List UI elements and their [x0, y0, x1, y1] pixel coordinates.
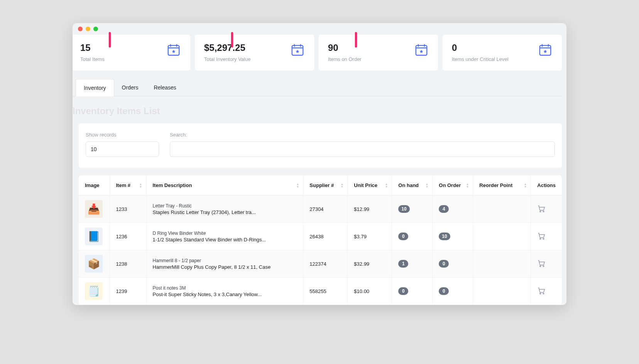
cell-actions [531, 250, 562, 278]
cell-price: $12.99 [348, 195, 392, 223]
stat-label: Total Items [80, 56, 105, 62]
cell-on-hand: 0 [392, 223, 433, 250]
cell-item-no: 1233 [110, 195, 146, 223]
col-image[interactable]: Image [79, 175, 110, 195]
maximize-window-button[interactable] [93, 27, 98, 31]
cell-actions [531, 278, 562, 305]
close-window-button[interactable] [78, 27, 83, 31]
minimize-window-button[interactable] [86, 27, 90, 31]
table-row: 📘 1236 D Ring View Binder White 1-1/2 St… [79, 223, 562, 250]
col-actions: Actions [531, 175, 562, 195]
col-on-hand[interactable]: On hand▲▼ [392, 175, 433, 195]
calendar-star-icon [538, 42, 553, 59]
svg-point-9 [543, 265, 544, 266]
show-records-group: Show records [86, 132, 159, 157]
stat-card: $5,297.25 Total Inventory Value [195, 35, 314, 71]
cell-supplier: 26438 [303, 223, 348, 250]
tab-inventory[interactable]: Inventory [76, 79, 114, 96]
stat-label: Items on Order [328, 56, 362, 62]
main-content: Inventory Orders Releases Inventory Item… [73, 79, 566, 305]
svg-point-5 [543, 211, 544, 212]
cell-description: Letter Tray - Rustic Staples Rustic Lett… [146, 195, 303, 223]
sort-icon: ▲▼ [524, 183, 527, 188]
inventory-table: Image Item #▲▼ Item Description▲▼ Suppli… [79, 175, 562, 305]
svg-point-8 [540, 265, 541, 266]
cell-supplier: 27304 [303, 195, 348, 223]
item-thumbnail: 🗒️ [85, 282, 103, 300]
item-thumbnail: 📘 [85, 228, 103, 245]
cell-supplier: 122374 [303, 250, 348, 278]
table-row: 🗒️ 1239 Post it notes 3M Post-it Super S… [79, 278, 562, 305]
add-to-cart-button[interactable] [537, 259, 546, 268]
tab-releases[interactable]: Releases [146, 79, 184, 96]
cell-supplier: 558255 [303, 278, 348, 305]
cell-on-order: 10 [433, 223, 473, 250]
item-thumbnail: 📦 [85, 255, 103, 273]
svg-point-6 [540, 238, 541, 239]
col-description[interactable]: Item Description▲▼ [146, 175, 303, 195]
cell-on-hand: 10 [392, 195, 433, 223]
cell-reorder [473, 223, 531, 250]
cell-actions [531, 195, 562, 223]
search-input[interactable] [170, 142, 555, 157]
stat-card: 0 Items under Critical Level [443, 35, 562, 71]
section-title: Inventory Items List [73, 96, 562, 123]
cell-item-no: 1239 [110, 278, 146, 305]
search-label: Search: [170, 132, 555, 138]
table-controls: Show records Search: [79, 123, 562, 168]
add-to-cart-button[interactable] [537, 232, 546, 240]
show-records-select[interactable] [86, 142, 159, 157]
tabs: Inventory Orders Releases [73, 79, 562, 96]
cell-actions [531, 223, 562, 250]
svg-point-11 [543, 293, 544, 294]
cell-reorder [473, 250, 531, 278]
inventory-table-wrap: Image Item #▲▼ Item Description▲▼ Suppli… [79, 175, 562, 305]
cell-price: $10.00 [348, 278, 392, 305]
col-reorder[interactable]: Reorder Point▲▼ [473, 175, 531, 195]
col-item-no[interactable]: Item #▲▼ [110, 175, 146, 195]
stat-value: 0 [452, 42, 509, 53]
sort-icon: ▲▼ [139, 183, 142, 188]
cell-price: $32.99 [348, 250, 392, 278]
svg-point-7 [543, 238, 544, 239]
cell-description: Hammerill 8 - 1/2 paper HammerMill Copy … [146, 250, 303, 278]
cell-item-no: 1238 [110, 250, 146, 278]
sort-icon: ▲▼ [466, 183, 469, 188]
add-to-cart-button[interactable] [537, 204, 546, 213]
cell-on-hand: 1 [392, 250, 433, 278]
svg-point-4 [540, 211, 541, 212]
cell-item-no: 1236 [110, 223, 146, 250]
stat-card: 90 Items on Order [319, 35, 438, 71]
stat-label: Total Inventory Value [204, 56, 250, 62]
stat-label: Items under Critical Level [452, 56, 509, 62]
cell-price: $3.79 [348, 223, 392, 250]
sort-icon: ▲▼ [296, 183, 299, 188]
cell-on-hand: 0 [392, 278, 433, 305]
add-to-cart-button[interactable] [537, 286, 546, 295]
stat-cards-row: 15 Total Items $5,297.25 Total Inventory… [73, 35, 562, 79]
col-on-order[interactable]: On Order▲▼ [433, 175, 473, 195]
app-window: 15 Total Items $5,297.25 Total Inventory… [73, 23, 566, 305]
tab-orders[interactable]: Orders [114, 79, 146, 96]
cell-on-order: 4 [433, 195, 473, 223]
cell-reorder [473, 195, 531, 223]
cell-on-order: 0 [433, 278, 473, 305]
show-records-label: Show records [86, 132, 159, 138]
search-group: Search: [170, 132, 555, 157]
sort-icon: ▲▼ [425, 183, 428, 188]
sort-icon: ▲▼ [340, 183, 343, 188]
cell-reorder [473, 278, 531, 305]
svg-point-10 [540, 293, 541, 294]
cell-description: Post it notes 3M Post-it Super Sticky No… [146, 278, 303, 305]
col-supplier[interactable]: Supplier #▲▼ [303, 175, 348, 195]
table-row: 📥 1233 Letter Tray - Rustic Staples Rust… [79, 195, 562, 223]
col-price[interactable]: Unit Price▲▼ [348, 175, 392, 195]
window-titlebar [73, 23, 566, 35]
cell-description: D Ring View Binder White 1-1/2 Staples S… [146, 223, 303, 250]
sort-icon: ▲▼ [385, 183, 388, 188]
stat-card: 15 Total Items [73, 35, 190, 71]
calendar-star-icon [166, 42, 181, 59]
calendar-star-icon [290, 42, 305, 59]
calendar-star-icon [414, 42, 429, 59]
table-row: 📦 1238 Hammerill 8 - 1/2 paper HammerMil… [79, 250, 562, 278]
